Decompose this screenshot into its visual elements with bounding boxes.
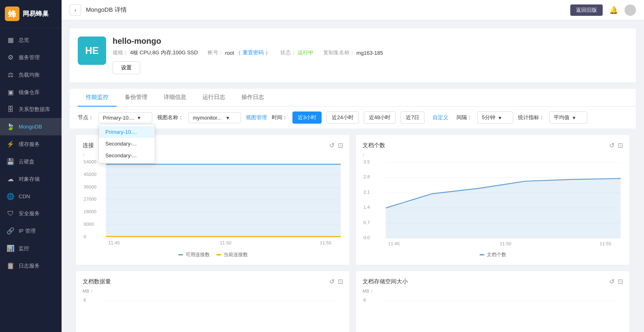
expand-icon[interactable]: ⊡ — [618, 278, 623, 285]
spec-item: 规格： 4核 CPU,8G 内存,100G SSD — [113, 49, 198, 56]
sidebar-item-service[interactable]: ⚙ 服务管理 — [0, 49, 62, 66]
chart-doc-data-unit: MB ↑ — [83, 289, 343, 293]
svg-text:11:55: 11:55 — [320, 240, 332, 245]
interval-select-button[interactable]: 5分钟 ▾ — [477, 111, 513, 124]
refresh-icon[interactable]: ↺ — [609, 278, 614, 285]
monitor-panel: 性能监控 备份管理 详细信息 运行日志 操作日志 节点： — [70, 89, 636, 332]
tab-backup[interactable]: 备份管理 — [117, 89, 156, 107]
expand-icon[interactable]: ⊡ — [338, 141, 343, 149]
chevron-down-icon: ▾ — [573, 115, 576, 121]
sidebar-item-security[interactable]: 🛡 安全服务 — [0, 205, 62, 222]
stat-select-button[interactable]: 平均值 ▾ — [549, 111, 587, 124]
sidebar-item-cache[interactable]: ⚡ 缓存服务 — [0, 135, 62, 153]
refresh-icon[interactable]: ↺ — [329, 141, 335, 149]
controls-bar: 节点： Primary-10.... ▾ Primary-10.... Seco… — [70, 107, 636, 129]
refresh-icon[interactable]: ↺ — [329, 278, 335, 285]
topbar: ‹ MongoDB 详情 返回旧版 🔔 — [62, 0, 644, 20]
sidebar-item-ipmanage[interactable]: 🔗 IP 管理 — [0, 222, 62, 240]
chart-connections-area: 54000 45000 36000 27000 18000 9000 0 — [83, 159, 343, 248]
node-dropdown[interactable]: Primary-10.... ▾ Primary-10.... Secondar… — [98, 112, 152, 123]
logo-area: 蜂 网易蜂巢 — [0, 0, 62, 28]
sidebar-item-label: 日志服务 — [19, 262, 40, 270]
legend-dot-blue — [178, 254, 183, 255]
svg-text:11:55: 11:55 — [600, 242, 612, 246]
loadbalance-icon: ⚖ — [6, 71, 15, 79]
legend-doc-count: 文档个数 — [480, 251, 506, 258]
user-avatar[interactable] — [625, 4, 636, 16]
chart-doc-data: 文档数据量 ↺ ⊡ MB ↑ 6 11 — [76, 271, 350, 332]
svg-text:11:50: 11:50 — [220, 240, 232, 245]
storage-icon: ☁ — [6, 175, 15, 183]
sidebar-item-cdn[interactable]: 🌐 CDN — [0, 188, 62, 205]
refresh-icon[interactable]: ↺ — [609, 141, 614, 149]
sidebar-item-disk[interactable]: 💾 云硬盘 — [0, 153, 62, 170]
sidebar-item-registry[interactable]: ▣ 镜像仓库 — [0, 84, 62, 101]
view-select-button[interactable]: mymonitor... ▾ — [188, 112, 241, 123]
bell-icon[interactable]: 🔔 — [609, 6, 618, 15]
svg-text:2.1: 2.1 — [363, 190, 370, 195]
view-manage-link[interactable]: 视图管理 — [246, 114, 267, 121]
chevron-down-icon: ▾ — [138, 115, 141, 121]
time-btn-3h[interactable]: 近3小时 — [292, 111, 322, 124]
node-option-secondary2[interactable]: Secondary-... — [99, 150, 155, 161]
legend-label-doc-count: 文档个数 — [487, 251, 506, 258]
instance-info: hello-mongo 规格： 4核 CPU,8G 内存,100G SSD 帐号… — [113, 36, 628, 74]
old-version-button[interactable]: 返回旧版 — [570, 4, 603, 16]
svg-text:45000: 45000 — [83, 172, 96, 177]
tab-detail[interactable]: 详细信息 — [156, 89, 194, 107]
logo-icon: 蜂 — [5, 6, 19, 21]
registry-icon: ▣ — [6, 88, 15, 96]
topbar-actions: 返回旧版 🔔 — [570, 4, 636, 16]
sidebar-item-label: 对象存储 — [19, 176, 40, 183]
tab-monitor[interactable]: 性能监控 — [78, 89, 117, 107]
chart-doc-count-area: 3.5 2.8 2.1 1.4 0.7 0.0 — [363, 159, 623, 248]
ip-icon: 🔗 — [6, 227, 15, 235]
sidebar-item-monitor[interactable]: 📊 监控 — [0, 240, 62, 257]
sidebar-item-label: 安全服务 — [19, 210, 40, 217]
legend-dot-blue-doc — [480, 254, 484, 255]
view-select-wrapper: mymonitor... ▾ — [188, 112, 241, 123]
node-option-primary[interactable]: Primary-10.... — [99, 126, 155, 138]
back-button[interactable]: ‹ — [70, 4, 81, 16]
svg-text:11:45: 11:45 — [108, 240, 120, 245]
legend-dot-orange — [216, 254, 221, 255]
svg-text:6: 6 — [363, 298, 366, 303]
svg-text:11:50: 11:50 — [500, 242, 512, 246]
time-btn-48h[interactable]: 近48小时 — [364, 111, 396, 124]
sidebar-item-rdb[interactable]: 🗄 关系型数据库 — [0, 101, 62, 118]
time-btn-7d[interactable]: 近7日 — [401, 111, 424, 124]
chart-doc-storage-unit: MB ↑ — [363, 289, 623, 293]
settings-button[interactable]: 设置 — [113, 61, 140, 74]
sidebar-item-label: 监控 — [19, 245, 29, 252]
custom-time-button[interactable]: 自定义 — [429, 112, 452, 123]
node-label: 节点： — [78, 114, 94, 121]
svg-text:0.7: 0.7 — [363, 220, 370, 225]
account-item: 帐号： root （重置密码） — [208, 49, 271, 56]
reset-password-link[interactable]: 重置密码 — [243, 49, 264, 56]
status-item: 状态： 运行中 — [280, 49, 313, 56]
svg-text:6: 6 — [83, 298, 86, 303]
disk-icon: 💾 — [6, 158, 15, 165]
svg-text:蜂: 蜂 — [8, 10, 17, 19]
expand-icon[interactable]: ⊡ — [338, 278, 343, 285]
chart-doc-data-title: 文档数据量 — [83, 278, 111, 285]
chart-doc-storage-actions: ↺ ⊡ — [609, 278, 623, 285]
time-btn-24h[interactable]: 近24小时 — [326, 111, 358, 124]
sidebar-item-log[interactable]: 📋 日志服务 — [0, 257, 62, 274]
sidebar-item-label: MongoDB — [19, 124, 42, 130]
cdn-icon: 🌐 — [6, 193, 15, 200]
node-select-button[interactable]: Primary-10.... ▾ — [98, 112, 152, 123]
chart-doc-data-actions: ↺ ⊡ — [329, 278, 343, 285]
svg-text:27000: 27000 — [83, 197, 96, 202]
sidebar-item-mongodb[interactable]: 🍃 MongoDB — [0, 118, 62, 135]
sidebar-item-overview[interactable]: ▦ 总览 — [0, 31, 62, 49]
expand-icon[interactable]: ⊡ — [618, 141, 623, 149]
tab-oplog[interactable]: 操作日志 — [233, 89, 272, 107]
node-option-secondary1[interactable]: Secondary-... — [99, 138, 155, 150]
sidebar-item-storage[interactable]: ☁ 对象存储 — [0, 170, 62, 188]
chart-doc-data-header: 文档数据量 ↺ ⊡ — [83, 278, 343, 285]
tab-runlog[interactable]: 运行日志 — [194, 89, 233, 107]
sidebar-item-loadbalance[interactable]: ⚖ 负载均衡 — [0, 66, 62, 84]
service-icon: ⚙ — [6, 54, 15, 61]
legend-label-current: 当前连接数 — [224, 251, 248, 258]
